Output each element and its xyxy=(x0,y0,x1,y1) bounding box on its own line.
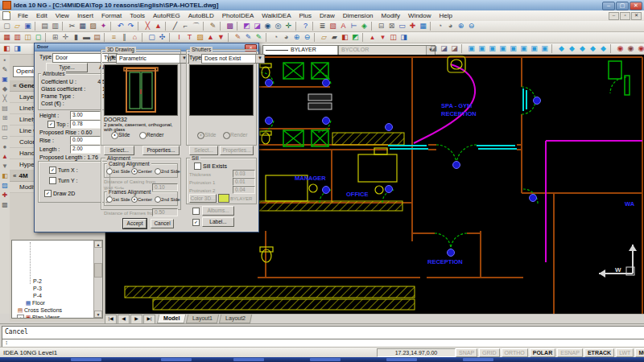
door-tool-icon[interactable]: ◻ xyxy=(33,33,43,43)
open-icon[interactable]: ▱ xyxy=(12,22,23,31)
materials-icon[interactable]: ◪ xyxy=(252,22,262,31)
image-icon[interactable]: ▩ xyxy=(225,22,235,31)
top-checkbox[interactable]: ✓ xyxy=(47,121,55,128)
list-icon[interactable]: ▭ xyxy=(397,22,407,31)
opening-edit-icon[interactable]: ◩ xyxy=(350,33,361,43)
3d-type-combo[interactable]: Parametric ▼ xyxy=(116,54,189,64)
label-button[interactable]: Label... xyxy=(202,217,234,227)
toggle-grid[interactable]: GRID xyxy=(479,348,500,357)
zoom-previous-icon[interactable]: ◎ xyxy=(273,22,283,31)
door-strip-icon[interactable]: ◫ xyxy=(1,123,10,132)
label-checkbox[interactable]: ✓ xyxy=(192,219,200,226)
column-icon[interactable]: ▮ xyxy=(71,33,81,43)
casing-2nd-side-radio[interactable] xyxy=(155,168,161,175)
command-history[interactable]: Cancel xyxy=(2,326,644,339)
grid-icon[interactable]: ⊞ xyxy=(50,33,60,43)
draw-pen1-icon[interactable]: ✎ xyxy=(233,33,243,43)
menu-tools[interactable]: Tools xyxy=(126,11,149,21)
point-style-icon[interactable]: ◈ xyxy=(359,22,369,31)
menu-autobld[interactable]: AutoBLD xyxy=(184,11,218,21)
zoom-in-icon[interactable]: ⊕ xyxy=(456,22,466,31)
scroll-thumb[interactable] xyxy=(94,263,102,278)
cut-icon[interactable]: ✂ xyxy=(67,22,77,31)
grid2-strip-icon[interactable]: ▩ xyxy=(1,200,10,209)
chevron-down-icon[interactable]: ▼ xyxy=(255,55,264,63)
copy-level-icon[interactable]: ◫ xyxy=(388,33,398,43)
text-style-icon[interactable]: A xyxy=(338,22,349,31)
toggle-etrack[interactable]: ETRACK xyxy=(584,348,614,357)
turn-y-checkbox[interactable] xyxy=(49,177,56,184)
menu-format[interactable]: Format xyxy=(97,11,126,21)
rotate-view3-icon[interactable]: ◆ xyxy=(577,44,588,54)
window-label-icon[interactable]: T xyxy=(184,33,195,43)
paste-icon[interactable]: ▨ xyxy=(88,22,98,31)
draw-2d-checkbox[interactable]: ✓ xyxy=(44,190,52,197)
tree-item-floor[interactable]: ▦Floor xyxy=(12,299,93,306)
zoom-scale-icon[interactable]: ◉ xyxy=(636,44,644,54)
toggle-snap[interactable]: SNAP xyxy=(456,348,477,357)
minimize-button[interactable]: – xyxy=(602,2,615,10)
copy-icon[interactable]: ▦ xyxy=(77,22,88,31)
line-icon[interactable]: ╱ xyxy=(170,22,180,31)
erase-all-icon[interactable]: ◪ xyxy=(449,44,460,54)
view-se-icon[interactable]: ▣ xyxy=(477,44,487,54)
stairs-icon[interactable]: ≡ xyxy=(109,33,119,43)
id-point-icon[interactable]: ✚ xyxy=(407,22,418,31)
view-iso-icon[interactable]: ▣ xyxy=(539,44,550,54)
zoom-window-icon[interactable]: ◉ xyxy=(262,22,273,31)
height-field[interactable]: 3.00 xyxy=(70,111,101,120)
tab-model[interactable]: Model xyxy=(157,315,187,323)
fill-strip-icon[interactable]: ◧ xyxy=(1,171,10,180)
extend-icon[interactable]: ⊕ xyxy=(291,33,302,43)
pan-icon[interactable]: ✛ xyxy=(283,22,294,31)
layers-strip-icon[interactable]: ▣ xyxy=(1,75,10,84)
maximize-button[interactable]: ▢ xyxy=(616,2,629,10)
erase-group-icon[interactable]: ◪ xyxy=(439,44,449,54)
modify-icon[interactable]: ▲ xyxy=(153,22,163,31)
close-button[interactable]: ✕ xyxy=(630,2,642,10)
tree-item-p-4[interactable]: P-4 xyxy=(12,292,93,299)
roof-icon[interactable]: ⌂ xyxy=(130,33,140,43)
rotate-view4-icon[interactable]: ◆ xyxy=(588,44,598,54)
trim-icon[interactable]: ⊖ xyxy=(302,33,312,43)
menu-edit[interactable]: Edit xyxy=(32,11,52,21)
tab-layout1[interactable]: Layout1 xyxy=(186,315,219,323)
level-up-icon[interactable]: ▲ xyxy=(205,33,216,43)
point-strip-icon[interactable]: ● xyxy=(1,142,10,151)
taskbar-item-3[interactable] xyxy=(310,358,341,361)
railing-icon[interactable]: ∥ xyxy=(119,33,130,43)
render-radio[interactable] xyxy=(139,132,147,139)
render-view-icon[interactable]: ◧ xyxy=(2,44,12,54)
taskbar-item-4[interactable] xyxy=(386,358,417,361)
rise-field[interactable]: 0.00 xyxy=(70,136,101,145)
osnap-icon[interactable]: ◆ xyxy=(1,84,10,93)
lower-icon[interactable]: ▾ xyxy=(378,33,388,43)
taskbar-item-1[interactable] xyxy=(161,358,192,361)
layers-icon[interactable]: ≣ xyxy=(317,22,328,31)
albums-checkbox[interactable] xyxy=(192,208,200,215)
casing-center-radio[interactable]: ● xyxy=(131,168,138,175)
scroll-down-icon[interactable]: ▼ xyxy=(94,311,102,318)
scroll-up-icon[interactable]: ▲ xyxy=(94,241,102,248)
move-entity-icon[interactable]: ✣ xyxy=(157,33,167,43)
paste-level-icon[interactable]: ◨ xyxy=(398,33,409,43)
tree-item-cross-sections[interactable]: ▤Cross Sections xyxy=(12,306,93,314)
menu-file[interactable]: File xyxy=(14,11,32,21)
erase-strip-icon[interactable]: ╳ xyxy=(1,94,10,103)
view-sw-icon[interactable]: ▣ xyxy=(466,44,477,54)
dim-strip-icon[interactable]: ▭ xyxy=(1,133,10,142)
mdi-minimize-button[interactable]: – xyxy=(609,12,619,20)
regen-icon[interactable]: ◕ xyxy=(445,22,456,31)
select-entity-icon[interactable]: ▢ xyxy=(147,33,157,43)
menu-help[interactable]: Help xyxy=(436,11,456,21)
expand-icon[interactable]: + xyxy=(17,315,24,319)
properties-button[interactable]: Properties... xyxy=(142,146,180,155)
cancel-button[interactable]: Cancel xyxy=(151,219,174,228)
menu-photoidea[interactable]: PhotoIDEA xyxy=(218,11,258,21)
view-side-icon[interactable]: ▣ xyxy=(529,44,539,54)
beam-icon[interactable]: ▬ xyxy=(81,33,92,43)
tree-item-plan-views[interactable]: +▣Plan Views xyxy=(12,314,93,319)
slide-radio[interactable]: ● xyxy=(111,132,118,139)
block-icon[interactable]: ▰ xyxy=(329,33,340,43)
tree-scrollbar[interactable]: ▲ ▼ xyxy=(93,241,102,318)
